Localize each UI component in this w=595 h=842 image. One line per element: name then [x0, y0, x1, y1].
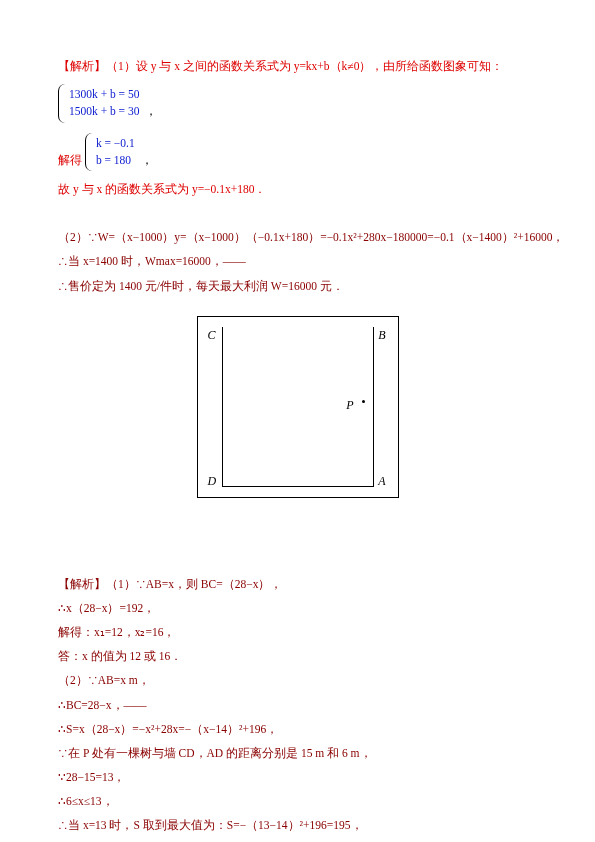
- analysis-1-header: 【解析】（1）设 y 与 x 之间的函数关系式为 y=kx+b（k≠0），由所给…: [58, 54, 537, 78]
- s2-line5: （2）∵AB=x m，: [58, 668, 537, 692]
- s2-line9: ∵28−15=13，: [58, 765, 537, 789]
- solve-prefix: 解得: [58, 154, 82, 166]
- function-result: 故 y 与 x 的函数关系式为 y=−0.1x+180．: [58, 177, 537, 201]
- label-C: C: [208, 323, 216, 348]
- s2-line10: ∴6≤x≤13，: [58, 789, 537, 813]
- sys1-row1: 1300k + b = 50: [69, 86, 139, 103]
- s2-line11: ∴当 x=13 时，S 取到最大值为：S=−（13−14）²+196=195，: [58, 813, 537, 837]
- s2-line7: ∴S=x（28−x）=−x²+28x=−（x−14）²+196，: [58, 717, 537, 741]
- sys1-row2: 1500k + b = 30: [69, 103, 139, 120]
- label-A: A: [378, 469, 385, 494]
- sys2-suffix: ，: [141, 154, 153, 166]
- s2-line8: ∵在 P 处有一棵树与墙 CD，AD 的距离分别是 15 m 和 6 m，: [58, 741, 537, 765]
- equation-system-1: 1300k + b = 50 1500k + b = 30 ，: [58, 80, 537, 127]
- label-P: P: [346, 393, 353, 418]
- part2-line1: （2）∵W=（x−1000）y=（x−1000）（−0.1x+180）=−0.1…: [58, 225, 537, 249]
- s2-line2: ∴x（28−x）=192，: [58, 596, 537, 620]
- label-D: D: [208, 469, 217, 494]
- sys2-row2: b = 180: [96, 152, 135, 169]
- sys1-suffix: ，: [145, 105, 157, 117]
- solve-line: 解得 k = −0.1 b = 180 ，: [58, 129, 537, 176]
- s2-line4: 答：x 的值为 12 或 16．: [58, 644, 537, 668]
- point-P-dot: [362, 400, 365, 403]
- figure-rectangle: C B D A P: [197, 316, 399, 498]
- sys2-row1: k = −0.1: [96, 135, 135, 152]
- part2-line3: ∴售价定为 1400 元/件时，每天最大利润 W=16000 元．: [58, 274, 537, 298]
- label-B: B: [378, 323, 385, 348]
- s2-line6: ∴BC=28−x，——: [58, 693, 537, 717]
- part2-line2: ∴当 x=1400 时，Wmax=16000，——: [58, 249, 537, 273]
- s2-line1: 【解析】（1）∵AB=x，则 BC=（28−x），: [58, 572, 537, 596]
- s2-line3: 解得：x₁=12，x₂=16，: [58, 620, 537, 644]
